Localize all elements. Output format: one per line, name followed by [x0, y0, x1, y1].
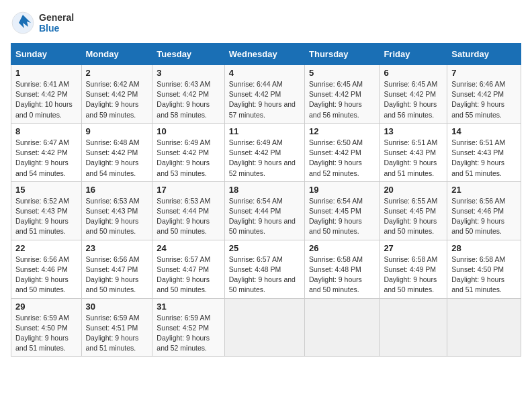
calendar-cell: 14 Sunrise: 6:51 AM Sunset: 4:43 PM Dayl…	[447, 123, 521, 181]
calendar-cell: 5 Sunrise: 6:45 AM Sunset: 4:42 PM Dayli…	[305, 65, 380, 124]
day-info: Sunrise: 6:56 AM Sunset: 4:46 PM Dayligh…	[451, 196, 517, 237]
day-info: Sunrise: 6:57 AM Sunset: 4:47 PM Dayligh…	[157, 255, 220, 295]
calendar-week-row: 15 Sunrise: 6:52 AM Sunset: 4:43 PM Dayl…	[11, 181, 521, 240]
day-number: 20	[384, 185, 443, 195]
day-number: 1	[15, 68, 77, 78]
calendar-cell: 7 Sunrise: 6:46 AM Sunset: 4:42 PM Dayli…	[447, 65, 521, 124]
day-info: Sunrise: 6:41 AM Sunset: 4:42 PM Dayligh…	[15, 79, 77, 120]
day-info: Sunrise: 6:54 AM Sunset: 4:45 PM Dayligh…	[309, 196, 375, 237]
calendar-cell: 19 Sunrise: 6:54 AM Sunset: 4:45 PM Dayl…	[305, 181, 380, 240]
column-header-saturday: Saturday	[447, 44, 521, 65]
day-info: Sunrise: 6:58 AM Sunset: 4:50 PM Dayligh…	[451, 255, 517, 295]
calendar-cell	[447, 298, 521, 357]
calendar-cell: 3 Sunrise: 6:43 AM Sunset: 4:42 PM Dayli…	[152, 65, 224, 124]
day-number: 17	[157, 185, 220, 195]
calendar-cell: 18 Sunrise: 6:54 AM Sunset: 4:44 PM Dayl…	[224, 181, 304, 240]
day-info: Sunrise: 6:49 AM Sunset: 4:42 PM Dayligh…	[229, 138, 300, 179]
calendar-header-row: SundayMondayTuesdayWednesdayThursdayFrid…	[11, 44, 521, 65]
calendar-cell: 28 Sunrise: 6:58 AM Sunset: 4:50 PM Dayl…	[447, 240, 521, 298]
day-info: Sunrise: 6:53 AM Sunset: 4:44 PM Dayligh…	[157, 196, 220, 237]
day-number: 3	[157, 68, 220, 78]
calendar-table: SundayMondayTuesdayWednesdayThursdayFrid…	[11, 43, 521, 357]
day-number: 18	[229, 185, 300, 195]
day-info: Sunrise: 6:42 AM Sunset: 4:42 PM Dayligh…	[86, 79, 148, 120]
day-number: 23	[86, 243, 148, 253]
calendar-cell: 25 Sunrise: 6:57 AM Sunset: 4:48 PM Dayl…	[224, 240, 304, 298]
day-info: Sunrise: 6:47 AM Sunset: 4:42 PM Dayligh…	[15, 138, 77, 179]
day-number: 10	[157, 126, 220, 136]
calendar-cell: 8 Sunrise: 6:47 AM Sunset: 4:42 PM Dayli…	[11, 123, 82, 181]
day-number: 7	[451, 68, 517, 78]
calendar-cell: 30 Sunrise: 6:59 AM Sunset: 4:51 PM Dayl…	[81, 298, 152, 357]
day-number: 12	[309, 126, 375, 136]
day-number: 27	[384, 243, 443, 253]
day-number: 31	[157, 302, 220, 312]
day-number: 2	[86, 68, 148, 78]
calendar-week-row: 29 Sunrise: 6:59 AM Sunset: 4:50 PM Dayl…	[11, 298, 521, 357]
calendar-cell	[380, 298, 447, 357]
calendar-cell: 29 Sunrise: 6:59 AM Sunset: 4:50 PM Dayl…	[11, 298, 82, 357]
calendar-cell: 2 Sunrise: 6:42 AM Sunset: 4:42 PM Dayli…	[81, 65, 152, 124]
calendar-cell	[224, 298, 304, 357]
day-info: Sunrise: 6:52 AM Sunset: 4:43 PM Dayligh…	[15, 196, 77, 237]
day-number: 9	[86, 126, 148, 136]
day-number: 4	[229, 68, 300, 78]
day-info: Sunrise: 6:53 AM Sunset: 4:43 PM Dayligh…	[86, 196, 148, 237]
day-info: Sunrise: 6:51 AM Sunset: 4:43 PM Dayligh…	[384, 138, 443, 179]
calendar-week-row: 8 Sunrise: 6:47 AM Sunset: 4:42 PM Dayli…	[11, 123, 521, 181]
day-number: 8	[15, 126, 77, 136]
calendar-cell: 9 Sunrise: 6:48 AM Sunset: 4:42 PM Dayli…	[81, 123, 152, 181]
calendar-week-row: 22 Sunrise: 6:56 AM Sunset: 4:46 PM Dayl…	[11, 240, 521, 298]
calendar-cell: 10 Sunrise: 6:49 AM Sunset: 4:42 PM Dayl…	[152, 123, 224, 181]
day-info: Sunrise: 6:54 AM Sunset: 4:44 PM Dayligh…	[229, 196, 300, 237]
day-number: 13	[384, 126, 443, 136]
day-number: 22	[15, 243, 77, 253]
day-info: Sunrise: 6:58 AM Sunset: 4:49 PM Dayligh…	[384, 255, 443, 295]
calendar-cell: 22 Sunrise: 6:56 AM Sunset: 4:46 PM Dayl…	[11, 240, 82, 298]
day-number: 19	[309, 185, 375, 195]
column-header-sunday: Sunday	[11, 44, 82, 65]
day-info: Sunrise: 6:48 AM Sunset: 4:42 PM Dayligh…	[86, 138, 148, 179]
day-number: 11	[229, 126, 300, 136]
calendar-week-row: 1 Sunrise: 6:41 AM Sunset: 4:42 PM Dayli…	[11, 65, 521, 124]
day-info: Sunrise: 6:46 AM Sunset: 4:42 PM Dayligh…	[451, 79, 517, 120]
calendar-cell	[305, 298, 380, 357]
day-info: Sunrise: 6:43 AM Sunset: 4:42 PM Dayligh…	[157, 79, 220, 120]
column-header-thursday: Thursday	[305, 44, 380, 65]
day-info: Sunrise: 6:59 AM Sunset: 4:51 PM Dayligh…	[86, 313, 148, 354]
calendar-cell: 13 Sunrise: 6:51 AM Sunset: 4:43 PM Dayl…	[380, 123, 447, 181]
header: General Blue	[11, 11, 521, 35]
logo-general: General	[39, 12, 74, 23]
logo-blue: Blue	[39, 23, 74, 34]
day-info: Sunrise: 6:45 AM Sunset: 4:42 PM Dayligh…	[384, 79, 443, 120]
day-info: Sunrise: 6:58 AM Sunset: 4:48 PM Dayligh…	[309, 255, 375, 295]
day-number: 28	[451, 243, 517, 253]
day-number: 29	[15, 302, 77, 312]
day-info: Sunrise: 6:51 AM Sunset: 4:43 PM Dayligh…	[451, 138, 517, 179]
calendar-cell: 23 Sunrise: 6:56 AM Sunset: 4:47 PM Dayl…	[81, 240, 152, 298]
day-number: 21	[451, 185, 517, 195]
calendar-cell: 24 Sunrise: 6:57 AM Sunset: 4:47 PM Dayl…	[152, 240, 224, 298]
day-info: Sunrise: 6:50 AM Sunset: 4:42 PM Dayligh…	[309, 138, 375, 179]
day-number: 15	[15, 185, 77, 195]
day-number: 25	[229, 243, 300, 253]
day-info: Sunrise: 6:56 AM Sunset: 4:46 PM Dayligh…	[15, 255, 77, 295]
calendar-cell: 17 Sunrise: 6:53 AM Sunset: 4:44 PM Dayl…	[152, 181, 224, 240]
calendar-cell: 1 Sunrise: 6:41 AM Sunset: 4:42 PM Dayli…	[11, 65, 82, 124]
day-info: Sunrise: 6:56 AM Sunset: 4:47 PM Dayligh…	[86, 255, 148, 295]
calendar-cell: 20 Sunrise: 6:55 AM Sunset: 4:45 PM Dayl…	[380, 181, 447, 240]
day-number: 24	[157, 243, 220, 253]
calendar-cell: 27 Sunrise: 6:58 AM Sunset: 4:49 PM Dayl…	[380, 240, 447, 298]
column-header-friday: Friday	[380, 44, 447, 65]
day-info: Sunrise: 6:45 AM Sunset: 4:42 PM Dayligh…	[309, 79, 375, 120]
day-number: 5	[309, 68, 375, 78]
column-header-wednesday: Wednesday	[224, 44, 304, 65]
day-info: Sunrise: 6:59 AM Sunset: 4:50 PM Dayligh…	[15, 313, 77, 354]
calendar-cell: 15 Sunrise: 6:52 AM Sunset: 4:43 PM Dayl…	[11, 181, 82, 240]
day-number: 14	[451, 126, 517, 136]
calendar-cell: 12 Sunrise: 6:50 AM Sunset: 4:42 PM Dayl…	[305, 123, 380, 181]
calendar-cell: 31 Sunrise: 6:59 AM Sunset: 4:52 PM Dayl…	[152, 298, 224, 357]
calendar-cell: 16 Sunrise: 6:53 AM Sunset: 4:43 PM Dayl…	[81, 181, 152, 240]
day-info: Sunrise: 6:44 AM Sunset: 4:42 PM Dayligh…	[229, 79, 300, 120]
day-number: 26	[309, 243, 375, 253]
